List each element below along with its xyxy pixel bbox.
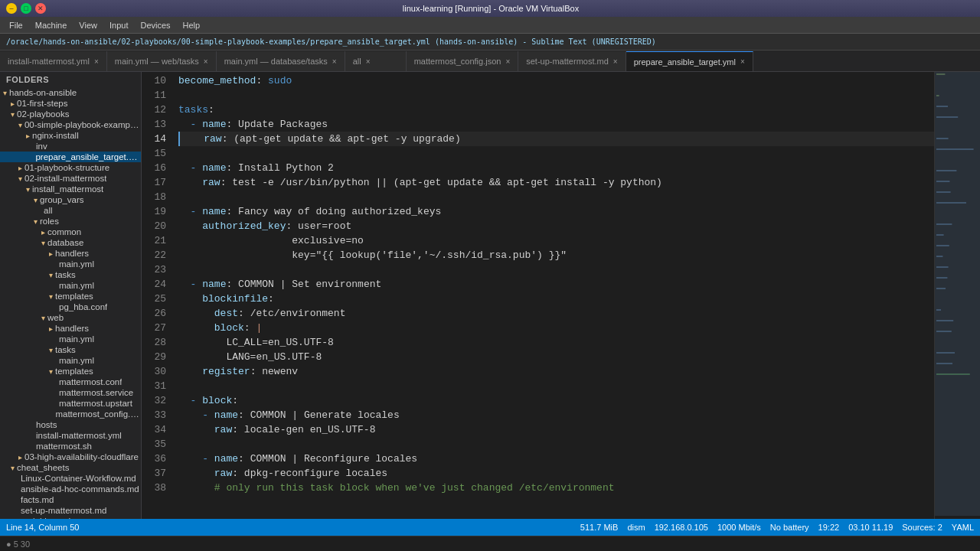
sidebar-item-17[interactable]: ▾ tasks bbox=[0, 269, 141, 280]
sidebar-item-37[interactable]: ansible-ad-hoc-commands.md bbox=[0, 484, 141, 494]
sidebar-item-32[interactable]: install-mattermost.yml bbox=[0, 430, 141, 441]
code-line-18[interactable] bbox=[178, 190, 934, 204]
code-line-37[interactable]: raw: dpkg-reconfigure locales bbox=[178, 466, 934, 481]
tab-1[interactable]: main.yml — web/tasks× bbox=[107, 51, 217, 71]
code-line-15[interactable] bbox=[178, 146, 934, 161]
sidebar-item-26[interactable]: ▾ templates bbox=[0, 366, 141, 377]
code-line-21[interactable]: exclusive=no bbox=[178, 233, 934, 248]
sidebar-item-24[interactable]: ▾ tasks bbox=[0, 344, 141, 355]
code-line-25[interactable]: blockinfile: bbox=[178, 292, 934, 306]
code-line-22[interactable]: key="{{ lookup('file','~/.ssh/id_rsa.pub… bbox=[178, 248, 934, 262]
sidebar-item-label: pg_hba.conf bbox=[59, 302, 107, 311]
sidebar-item-11[interactable]: all bbox=[0, 205, 141, 216]
code-line-13[interactable]: - name: Update Packages bbox=[178, 117, 934, 132]
sidebar-item-21[interactable]: ▾ web bbox=[0, 312, 141, 323]
code-line-28[interactable]: LC_ALL=en_US.UTF-8 bbox=[178, 335, 934, 350]
sidebar[interactable]: FOLDERS ▾ hands-on-ansible▸ 01-first-ste… bbox=[0, 72, 142, 519]
code-line-34[interactable]: raw: locale-gen en_US.UTF-8 bbox=[178, 422, 934, 437]
code-line-10[interactable]: become_method: sudo bbox=[178, 73, 934, 88]
code-line-32[interactable]: - block: bbox=[178, 393, 934, 408]
sidebar-item-18[interactable]: main.yml bbox=[0, 280, 141, 291]
code-line-14[interactable]: raw: (apt-get update && apt-get -y upgra… bbox=[178, 132, 934, 146]
close-button[interactable]: ✕ bbox=[35, 3, 46, 14]
code-line-12[interactable]: tasks: bbox=[178, 103, 934, 117]
sidebar-item-13[interactable]: ▸ common bbox=[0, 227, 141, 237]
code-line-33[interactable]: - name: COMMON | Generate locales bbox=[178, 408, 934, 422]
code-line-38[interactable]: # only run this task block when we've ju… bbox=[178, 481, 934, 495]
code-line-11[interactable] bbox=[178, 88, 934, 103]
code-content[interactable]: become_method: sudotasks: - name: Update… bbox=[172, 72, 934, 519]
menu-item-machine[interactable]: Machine bbox=[29, 19, 74, 31]
tab-3[interactable]: all× bbox=[345, 51, 407, 71]
tab-5[interactable]: set-up-mattermost.md× bbox=[518, 51, 626, 71]
sidebar-item-23[interactable]: main.yml bbox=[0, 334, 141, 344]
tab-close-2[interactable]: × bbox=[332, 57, 337, 66]
sidebar-item-6[interactable]: prepare_ansible_target.yml bbox=[0, 152, 141, 162]
maximize-button[interactable]: □ bbox=[21, 3, 31, 14]
code-line-36[interactable]: - name: COMMON | Reconfigure locales bbox=[178, 452, 934, 466]
sidebar-item-27[interactable]: mattermost.conf bbox=[0, 377, 141, 387]
sidebar-item-30[interactable]: mattermost_config.json bbox=[0, 409, 141, 419]
sidebar-item-1[interactable]: ▸ 01-first-steps bbox=[0, 98, 141, 109]
menu-item-input[interactable]: Input bbox=[103, 19, 134, 31]
sidebar-item-19[interactable]: ▾ templates bbox=[0, 291, 141, 302]
code-line-17[interactable]: raw: test -e /usr/bin/python || (apt-get… bbox=[178, 175, 934, 190]
code-line-27[interactable]: block: | bbox=[178, 321, 934, 335]
code-line-20[interactable]: authorized_key: user=root bbox=[178, 219, 934, 233]
sidebar-item-2[interactable]: ▾ 02-playbooks bbox=[0, 109, 141, 119]
menu-item-help[interactable]: Help bbox=[177, 19, 207, 31]
status-time: 19:22 bbox=[818, 523, 840, 532]
code-line-19[interactable]: - name: Fancy way of doing authorized_ke… bbox=[178, 204, 934, 219]
tab-close-1[interactable]: × bbox=[204, 57, 208, 66]
sidebar-item-8[interactable]: ▾ 02-install-mattermost bbox=[0, 173, 141, 184]
sidebar-item-29[interactable]: mattermost.upstart bbox=[0, 398, 141, 409]
sidebar-item-35[interactable]: ▾ cheat_sheets bbox=[0, 462, 141, 473]
sidebar-item-28[interactable]: mattermost.service bbox=[0, 387, 141, 398]
code-line-29[interactable]: LANG=en_US.UTF-8 bbox=[178, 350, 934, 364]
status-date: 03.10 11.19 bbox=[848, 523, 893, 532]
menu-item-view[interactable]: View bbox=[73, 19, 103, 31]
sidebar-item-33[interactable]: mattermost.sh bbox=[0, 441, 141, 452]
tab-close-4[interactable]: × bbox=[505, 57, 510, 66]
sidebar-item-0[interactable]: ▾ hands-on-ansible bbox=[0, 87, 141, 98]
sidebar-item-4[interactable]: ▸ nginx-install bbox=[0, 130, 141, 141]
code-line-35[interactable] bbox=[178, 437, 934, 452]
code-line-26[interactable]: dest: /etc/environment bbox=[178, 306, 934, 321]
editor-area[interactable]: 1011121314151617181920212223242526272829… bbox=[142, 72, 980, 519]
tab-0[interactable]: install-mattermost.yml× bbox=[0, 51, 107, 71]
sidebar-item-34[interactable]: ▸ 03-high-availability-cloudflare bbox=[0, 452, 141, 462]
tab-close-5[interactable]: × bbox=[613, 57, 618, 66]
sidebar-item-12[interactable]: ▾ roles bbox=[0, 216, 141, 227]
sidebar-item-16[interactable]: main.yml bbox=[0, 259, 141, 269]
tab-close-0[interactable]: × bbox=[94, 57, 99, 66]
sidebar-item-25[interactable]: main.yml bbox=[0, 355, 141, 366]
sidebar-item-7[interactable]: ▸ 01-playbook-structure bbox=[0, 162, 141, 173]
menu-item-file[interactable]: File bbox=[3, 19, 29, 31]
code-line-24[interactable]: - name: COMMON | Set environment bbox=[178, 277, 934, 292]
code-line-23[interactable] bbox=[178, 262, 934, 277]
sidebar-item-15[interactable]: ▸ handlers bbox=[0, 248, 141, 259]
sidebar-item-31[interactable]: hosts bbox=[0, 419, 141, 430]
code-line-31[interactable] bbox=[178, 379, 934, 393]
sidebar-item-22[interactable]: ▸ handlers bbox=[0, 323, 141, 334]
sidebar-item-3[interactable]: ▾ 00-simple-playbook-examples bbox=[0, 119, 141, 130]
tab-6[interactable]: prepare_ansible_target.yml× bbox=[626, 51, 753, 71]
tab-2[interactable]: main.yml — database/tasks× bbox=[217, 51, 345, 71]
sidebar-item-20[interactable]: pg_hba.conf bbox=[0, 302, 141, 312]
menu-item-devices[interactable]: Devices bbox=[134, 19, 176, 31]
minimize-button[interactable]: – bbox=[6, 3, 17, 14]
sidebar-item-10[interactable]: ▾ group_vars bbox=[0, 194, 141, 205]
code-line-30[interactable]: register: newenv bbox=[178, 364, 934, 379]
sidebar-item-40[interactable]: variables.md bbox=[0, 516, 141, 519]
tab-close-3[interactable]: × bbox=[366, 57, 371, 66]
tab-4[interactable]: mattermost_config.json× bbox=[407, 51, 519, 71]
sidebar-item-39[interactable]: set-up-mattermost.md bbox=[0, 505, 141, 516]
code-line-16[interactable]: - name: Install Python 2 bbox=[178, 161, 934, 175]
sidebar-item-14[interactable]: ▾ database bbox=[0, 237, 141, 248]
sidebar-item-36[interactable]: Linux-Container-Workflow.md bbox=[0, 473, 141, 484]
tab-close-6[interactable]: × bbox=[740, 57, 745, 66]
sidebar-item-9[interactable]: ▾ install_mattermost bbox=[0, 184, 141, 194]
sidebar-item-38[interactable]: facts.md bbox=[0, 494, 141, 505]
sidebar-item-5[interactable]: inv bbox=[0, 141, 141, 152]
folder-icon: ▸ bbox=[18, 453, 22, 461]
